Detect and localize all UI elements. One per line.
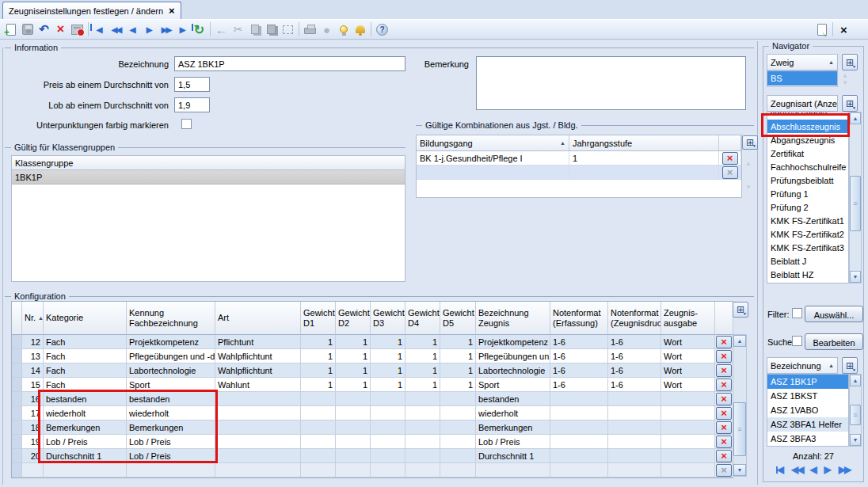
nav-first-button[interactable] — [91, 21, 108, 37]
nav-forward-button[interactable] — [824, 464, 832, 475]
gewicht-d2-column-header[interactable]: Gewicht D2 — [336, 302, 371, 335]
bemerkung-textarea[interactable] — [476, 56, 746, 110]
table-row[interactable]: 12 Fach Projektkompetenz Pflichtunt 1 1 … — [12, 335, 733, 349]
bildungsgang-column-header[interactable]: Bildungsgang — [417, 135, 569, 151]
zeugnisart-item[interactable]: KMK FS-Zertifikat3 — [767, 241, 848, 254]
zweig-column-header[interactable]: Zweig — [767, 54, 838, 70]
print-button[interactable] — [302, 21, 318, 37]
zweig-scroll-up-icon[interactable] — [839, 72, 851, 79]
kombinationen-scroll-down-icon[interactable] — [743, 184, 754, 191]
delete-row-button[interactable] — [716, 379, 732, 391]
delete-row-button[interactable] — [716, 350, 732, 363]
zeugnisart-item[interactable]: Fachhochschulreife — [767, 160, 848, 173]
zweig-item[interactable]: BS — [767, 71, 837, 86]
table-row[interactable] — [12, 463, 733, 477]
scroll-down-button[interactable] — [850, 434, 861, 446]
save-button[interactable] — [19, 21, 36, 37]
bezeichnung-grid-plus-button[interactable] — [842, 357, 858, 374]
table-row[interactable]: 20 Durchschnitt 1 Lob / Preis Durchschni… — [12, 449, 733, 463]
kennung-column-header[interactable]: Kennung Fachbezeichnung — [127, 302, 215, 335]
bezeichnung-item[interactable]: ASZ 1BKST — [767, 389, 848, 403]
scrollbar-thumb[interactable] — [850, 405, 861, 425]
paste-button[interactable] — [263, 21, 280, 37]
export-button[interactable] — [813, 21, 830, 37]
notenformat-erfassung-column-header[interactable]: Notenformat (Erfassung) — [550, 302, 608, 335]
table-row[interactable]: 14 Fach Labortechnologie Wahlpflichtunt … — [12, 363, 733, 378]
zeugnisart-item[interactable]: Prüfung 1 — [767, 187, 848, 200]
scrollbar-thumb[interactable] — [850, 176, 861, 231]
scroll-up-button[interactable] — [850, 375, 861, 386]
delete-row-button[interactable] — [716, 407, 732, 420]
zeugnisart-item[interactable]: Beiblatt J — [767, 254, 848, 268]
scroll-down-button[interactable] — [850, 271, 861, 283]
tab-close-icon[interactable]: × — [169, 6, 175, 16]
nav-fast-back-button[interactable] — [791, 464, 802, 475]
notification-bell-button[interactable] — [352, 21, 368, 37]
gewicht-d3-column-header[interactable]: Gewicht D3 — [371, 302, 405, 335]
konfiguration-scrollbar[interactable] — [733, 334, 747, 477]
nav-fast-forward-button[interactable] — [839, 464, 850, 475]
preis-input[interactable] — [174, 77, 210, 92]
delete-kombination-button[interactable] — [722, 166, 738, 179]
table-row[interactable]: 19 Lob / Preis Lob / Preis Lob / Preis — [12, 435, 733, 449]
delete-row-button[interactable] — [716, 393, 732, 405]
nav-forward-button[interactable] — [141, 21, 158, 37]
art-column-header[interactable]: Art — [215, 302, 301, 335]
scroll-up-button[interactable] — [733, 335, 746, 347]
gewicht-d4-column-header[interactable]: Gewicht D4 — [405, 302, 440, 335]
zeugnisart-item[interactable]: Prüfung 2 — [767, 200, 848, 214]
klassengruppe-row[interactable]: 1BK1P — [12, 170, 405, 185]
back-arrow-button[interactable] — [213, 21, 230, 37]
form-properties-button[interactable] — [69, 21, 86, 37]
selection-button[interactable] — [280, 21, 296, 37]
bezeichnung-zeugnis-column-header[interactable]: Bezeichnung Zeugnis — [476, 302, 550, 335]
hint-bulb-button[interactable] — [335, 21, 352, 37]
zeugnisart-item[interactable]: Prüfungsbeiblatt — [767, 173, 848, 187]
delete-row-button[interactable] — [716, 336, 732, 348]
unterpunktungen-checkbox[interactable] — [181, 119, 192, 129]
zweig-scroll-down-icon[interactable] — [839, 79, 851, 86]
scrollbar-thumb[interactable] — [733, 402, 746, 456]
cut-button[interactable] — [230, 21, 246, 37]
jahrgangsstufe-column-header[interactable]: Jahrgangsstufe — [569, 135, 719, 151]
zeugnisart-grid-plus-button[interactable] — [842, 95, 858, 112]
table-row[interactable]: 15 Fach Sport Wahlunt 1 1 1 1 1 Sport 1-… — [12, 378, 733, 392]
kombinationen-scroll-up-icon[interactable] — [743, 160, 754, 167]
klassengruppe-column-header[interactable]: Klassengruppe — [12, 156, 405, 170]
zeugnisart-item[interactable]: Zertifikat — [767, 146, 848, 160]
record-button[interactable] — [318, 21, 335, 37]
zeugnisart-item[interactable]: Abgangszeugnis — [767, 133, 848, 146]
konfiguration-grid-plus-button[interactable] — [733, 302, 748, 318]
table-row[interactable]: 18 Bemerkungen Bemerkungen Bemerkungen — [12, 420, 733, 435]
bezeichnung-item[interactable]: ASZ 1VABO — [767, 403, 848, 417]
copy-button[interactable] — [246, 21, 263, 37]
zweig-grid-plus-button[interactable] — [842, 54, 858, 70]
nav-first-button[interactable] — [777, 464, 784, 475]
zeugnisart-column-header[interactable]: Zeugnisart (Anzei... — [767, 95, 838, 112]
close-window-button[interactable] — [836, 21, 852, 37]
table-row[interactable]: 13 Fach Pflegeübungen und -do... Wahlpfl… — [12, 349, 733, 363]
delete-row-button[interactable] — [716, 364, 732, 377]
zeugnisart-scrollbar[interactable] — [849, 112, 862, 283]
delete-kombination-button[interactable] — [722, 152, 738, 165]
zeugnisart-item[interactable]: Beiblatt HZ — [767, 268, 848, 281]
nav-fast-forward-button[interactable] — [158, 21, 174, 37]
undo-button[interactable] — [36, 21, 52, 37]
kombination-row[interactable]: BK 1-j.Gesundheit/Pflege I 1 — [417, 151, 741, 166]
nr-column-header[interactable]: Nr. — [22, 302, 44, 335]
table-row[interactable]: 17 wiederholt wiederholt wiederholt — [12, 406, 733, 420]
gewicht-d1-column-header[interactable]: Gewicht D1 — [301, 302, 336, 335]
filter-auswahl-button[interactable]: Auswähl... — [805, 306, 863, 322]
bezeichnung-item[interactable]: ASZ 3BFA1 Helfer — [767, 417, 848, 432]
filter-checkbox[interactable] — [792, 308, 802, 318]
refresh-button[interactable] — [191, 21, 207, 37]
suche-bearbeiten-button[interactable]: Bearbeiten — [805, 333, 863, 350]
delete-row-button[interactable] — [716, 436, 732, 448]
suche-checkbox[interactable] — [792, 336, 802, 346]
zeugnisausgabe-column-header[interactable]: Zeugnis- ausgabe — [661, 302, 715, 335]
scroll-up-button[interactable] — [850, 112, 861, 124]
partial-list-item[interactable]: Jahreszeugnis — [767, 112, 848, 120]
delete-row-button[interactable] — [716, 450, 732, 462]
delete-button[interactable] — [52, 21, 69, 37]
zeugnisart-item[interactable]: Abschlusszeugnis — [767, 120, 848, 133]
